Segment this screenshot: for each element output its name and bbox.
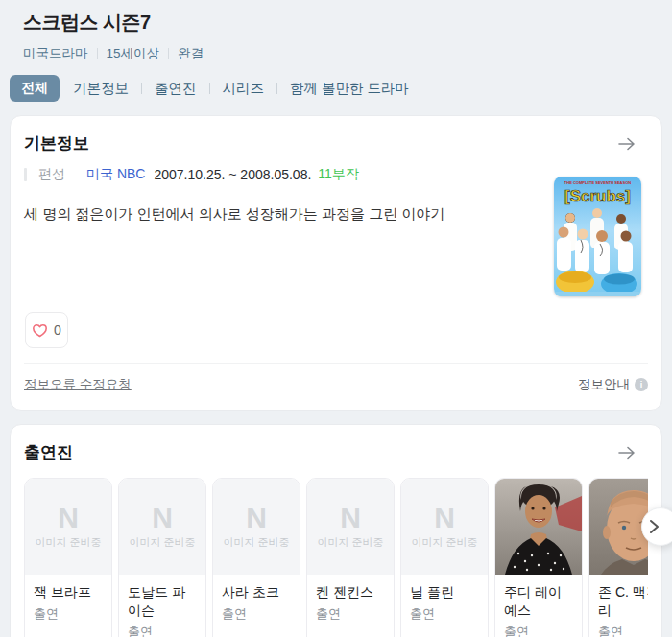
cast-item[interactable]: N 이미지 준비중 켄 젠킨스 출연 <box>306 478 395 637</box>
info-guide-label: 정보안내 <box>578 376 630 393</box>
poster-art: THE COMPLETE SEVENTH SEASON [Scrubs] <box>554 177 641 296</box>
broadcast-period: 2007.10.25. ~ 2008.05.08. <box>154 167 311 182</box>
divider <box>168 48 169 59</box>
cast-title: 출연진 <box>24 441 73 463</box>
naver-logo-icon: N <box>246 504 267 532</box>
report-error-link[interactable]: 정보오류 수정요청 <box>24 376 132 393</box>
cast-name: 켄 젠킨스 <box>316 583 385 602</box>
cast-role: 출연 <box>222 605 291 623</box>
poster-image[interactable]: THE COMPLETE SEVENTH SEASON [Scrubs] <box>554 177 641 296</box>
cast-strip: N 이미지 준비중 잭 브라프 출연 N 이미지 준비중 도날드 파이슨 출연 … <box>24 478 648 637</box>
cast-name: 사라 초크 <box>222 583 291 602</box>
naver-logo-icon: N <box>58 504 79 532</box>
cast-name: 존 C. 맥긴리 <box>598 583 648 620</box>
cast-item[interactable]: N 이미지 준비중 잭 브라프 출연 <box>24 478 112 637</box>
property-bar <box>24 168 27 181</box>
cast-more-button[interactable] <box>617 445 636 460</box>
basic-info-title: 기본정보 <box>24 132 89 154</box>
cast-info: 켄 젠킨스 출연 <box>307 575 394 623</box>
info-guide[interactable]: 정보안내 i <box>578 376 648 393</box>
divider <box>276 83 277 94</box>
image-placeholder: N 이미지 준비중 <box>213 479 300 575</box>
like-button[interactable]: 0 <box>25 312 68 348</box>
divider <box>141 83 142 94</box>
network-link[interactable]: 미국 NBC <box>86 166 145 183</box>
cast-info: 잭 브라프 출연 <box>25 575 111 623</box>
arrow-right-icon <box>617 449 636 463</box>
image-placeholder: N 이미지 준비중 <box>401 479 488 575</box>
cast-role: 출연 <box>316 605 385 623</box>
tab-cast[interactable]: 출연진 <box>155 80 197 98</box>
cast-name: 닐 플린 <box>410 583 479 602</box>
meta-rating[interactable]: 15세이상 <box>107 45 160 62</box>
cast-photo <box>495 479 582 575</box>
tab-related-dramas[interactable]: 함께 볼만한 드라마 <box>290 80 409 98</box>
basic-info-footer: 정보오류 수정요청 정보안내 i <box>11 364 661 410</box>
like-count: 0 <box>54 322 61 338</box>
chevron-right-icon <box>647 518 660 535</box>
placeholder-label: 이미지 준비중 <box>223 535 289 550</box>
cast-role: 출연 <box>410 605 479 623</box>
cast-role: 출연 <box>598 624 648 637</box>
placeholder-label: 이미지 준비중 <box>129 535 195 550</box>
placeholder-label: 이미지 준비중 <box>35 535 101 550</box>
tab-basic-info[interactable]: 기본정보 <box>73 80 129 98</box>
synopsis-text: 세 명의 젊은이가 인턴에서 의사로 성장해가는 과정을 그린 이야기 <box>24 203 547 224</box>
cast-role: 출연 <box>128 624 197 637</box>
cast-role: 출연 <box>34 605 103 623</box>
cast-name: 주디 레이예스 <box>504 583 573 620</box>
tab-all[interactable]: 전체 <box>10 75 60 102</box>
episode-count: 11부작 <box>318 166 359 183</box>
cast-card: 출연진 N 이미지 준비중 잭 브라프 출연 N 이미지 준비중 도날드 파이 <box>10 424 662 637</box>
naver-logo-icon: N <box>152 504 173 532</box>
page-title: 스크럽스 시즌7 <box>23 10 649 35</box>
image-placeholder: N 이미지 준비중 <box>307 479 394 575</box>
basic-info-card: 기본정보 편성 미국 NBC 2007.10.25. ~ 2008.05.08.… <box>10 115 662 411</box>
svg-text:THE COMPLETE SEVENTH SEASON: THE COMPLETE SEVENTH SEASON <box>564 180 631 185</box>
scroll-next-button[interactable] <box>641 507 672 546</box>
divider <box>209 83 210 94</box>
basic-info-more-button[interactable] <box>617 136 636 152</box>
cast-card-header: 출연진 <box>11 425 661 463</box>
cast-name: 잭 브라프 <box>34 583 103 602</box>
cast-info: 닐 플린 출연 <box>401 575 488 623</box>
info-icon: i <box>635 378 648 391</box>
image-placeholder: N 이미지 준비중 <box>25 479 111 575</box>
cast-item[interactable]: 주디 레이예스 출연 <box>494 478 583 637</box>
naver-logo-icon: N <box>340 504 361 532</box>
svg-text:[Scrubs]: [Scrubs] <box>564 187 631 205</box>
cast-item[interactable]: 존 C. 맥긴리 출연 <box>588 478 648 637</box>
cast-info: 주디 레이예스 출연 <box>495 575 582 637</box>
tab-series[interactable]: 시리즈 <box>223 80 265 98</box>
cast-photo <box>589 479 648 575</box>
cast-info: 사라 초크 출연 <box>213 575 300 623</box>
cast-role: 출연 <box>504 624 573 637</box>
cast-name: 도날드 파이슨 <box>128 583 197 620</box>
naver-logo-icon: N <box>434 504 455 532</box>
arrow-right-icon <box>617 140 636 154</box>
placeholder-label: 이미지 준비중 <box>317 535 383 550</box>
divider <box>97 48 98 59</box>
meta-status[interactable]: 완결 <box>178 45 204 62</box>
image-placeholder: N 이미지 준비중 <box>119 479 205 575</box>
cast-item[interactable]: N 이미지 준비중 닐 플린 출연 <box>400 478 489 637</box>
meta-genre[interactable]: 미국드라마 <box>23 45 88 62</box>
page-header: 스크럽스 시즌7 미국드라마 15세이상 완결 전체 기본정보 출연진 시리즈 … <box>0 0 672 102</box>
cast-item[interactable]: N 이미지 준비중 도날드 파이슨 출연 <box>118 478 206 637</box>
broadcast-label: 편성 <box>38 166 65 183</box>
basic-info-card-header: 기본정보 <box>11 116 661 154</box>
basic-info-body: 편성 미국 NBC 2007.10.25. ~ 2008.05.08. 11부작… <box>11 166 661 312</box>
meta-row: 미국드라마 15세이상 완결 <box>23 45 649 62</box>
placeholder-label: 이미지 준비중 <box>411 535 477 550</box>
cast-item[interactable]: N 이미지 준비중 사라 초크 출연 <box>212 478 300 637</box>
cast-info: 도날드 파이슨 출연 <box>119 575 205 637</box>
cast-info: 존 C. 맥긴리 출연 <box>589 575 648 637</box>
tab-bar: 전체 기본정보 출연진 시리즈 함께 볼만한 드라마 <box>10 75 649 102</box>
heart-icon <box>32 322 48 338</box>
